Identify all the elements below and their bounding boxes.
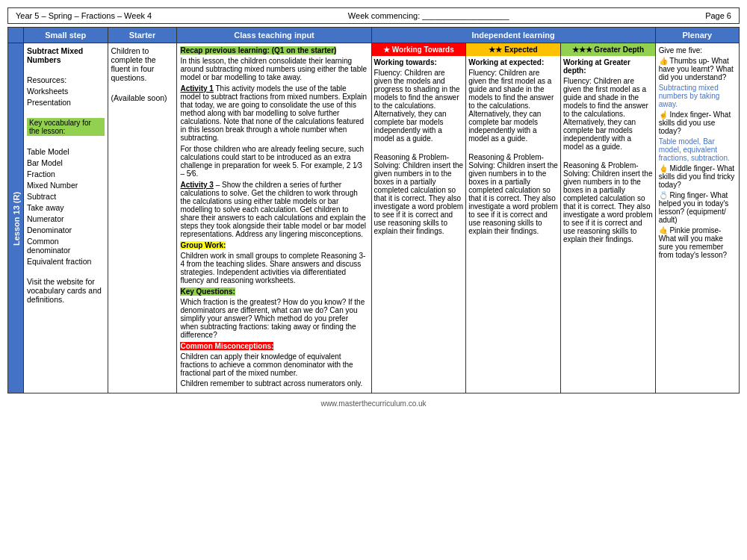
col-header-small-step: Small step (24, 28, 108, 43)
exp-content: Fluency: Children are given the first mo… (468, 69, 558, 143)
common-misconceptions-1: Children can apply their knowledge of eq… (180, 352, 368, 377)
working-towards-content: Working towards: Fluency: Children are g… (372, 56, 466, 240)
vocab-take-away: Take away (27, 203, 105, 212)
activity1-text: This activity models the use of the tabl… (180, 84, 367, 142)
key-questions-label: Key Questions: (180, 287, 235, 296)
greater-depth-content: Working at Greater depth: Fluency: Child… (561, 56, 655, 248)
gd-subheader: Working at Greater depth: (563, 58, 630, 75)
group-work-text: Children work in small groups to complet… (180, 252, 368, 284)
exp-stars: ★★ (489, 46, 502, 54)
plenary-index-links: Table model, Bar model, equivalent fract… (659, 137, 730, 162)
working-towards-header: ★ Working Towards (372, 43, 466, 56)
gd-stars: ★★★ (572, 46, 592, 54)
visit-text: Visit the website for vocabulary cards a… (27, 277, 105, 304)
common-misconceptions-2: Children remember to subtract across num… (180, 379, 368, 388)
greater-depth-cell: ★★★ Greater Depth Working at Greater dep… (560, 43, 655, 393)
recap-label: Recap previous learning: (Q1 on the star… (180, 46, 336, 55)
small-step-title: Subtract Mixed Numbers (27, 46, 105, 64)
col-header-starter: Starter (108, 28, 177, 43)
main-table: Small step Starter Class teaching input … (7, 27, 740, 393)
vocab-denominator: Denominator (27, 225, 105, 234)
lesson-label: Lesson 13 (R) (8, 43, 24, 393)
wt-subheader: Working towards: (374, 58, 437, 66)
activity3-text: – Show the children a series of further … (180, 181, 365, 238)
vocab-bar-model: Bar Model (27, 158, 105, 167)
expected-content: Working at expected: Fluency: Children a… (466, 56, 560, 240)
footer: www.masterthecurriculum.co.uk (7, 393, 740, 411)
starter-available: (Available soon) (111, 93, 174, 102)
gd-content: Fluency: Children are given the first mo… (563, 77, 653, 151)
plenary-index: ☝ Index finger- What skills did you use … (659, 111, 736, 135)
starter-cell: Children to complete the fluent in four … (108, 43, 177, 393)
header-page: Page 6 (705, 11, 731, 20)
worksheet: Worksheets (27, 87, 105, 96)
working-towards-cell: ★ Working Towards Working towards: Fluen… (371, 43, 466, 393)
header-title: Year 5 – Spring – Fractions – Week 4 (16, 11, 152, 20)
plenary-thumbs: 👍 Thumbs up- What have you learnt? What … (659, 57, 736, 81)
small-step-cell: Subtract Mixed Numbers Resources: Worksh… (24, 43, 108, 393)
vocab-equiv-fraction: Equivalent fraction (27, 257, 105, 266)
exp-subheader: Working at expected: (468, 58, 544, 66)
plenary-intro: Give me five: (659, 46, 736, 55)
resources-label: Resources: (27, 75, 105, 84)
plenary-cell: Give me five: 👍 Thumbs up- What have you… (655, 43, 739, 393)
vocab-numerator: Numerator (27, 214, 105, 223)
activity1-label: Activity 1 (180, 84, 213, 93)
plenary-ring: 💍 Ring finger- What helped you in today'… (659, 191, 736, 224)
challenge-text: For those children who are already feeli… (180, 145, 368, 178)
col-header-plenary: Plenary (655, 28, 739, 43)
gd-reasoning: Reasoning & Problem-Solving: Children in… (563, 161, 653, 243)
header-bar: Year 5 – Spring – Fractions – Week 4 Wee… (7, 7, 740, 24)
vocab-mixed-number: Mixed Number (27, 181, 105, 190)
wt-reasoning: Reasoning & Problem-Solving: Children in… (374, 153, 464, 235)
vocab-common-denom: Common denominator (27, 237, 105, 255)
header-week: Week commencing: ___________________ (348, 11, 509, 20)
plenary-pinkie: 🤙 Pinkie promise- What will you make sur… (659, 226, 736, 259)
col-header-independent: Independent learning (371, 28, 655, 43)
key-vocab-label: Key vocabulary for the lesson: (27, 118, 105, 136)
plenary-middle: 🖕 Middle finger- What skills did you fin… (659, 164, 736, 189)
greater-depth-header: ★★★ Greater Depth (561, 43, 655, 56)
teaching-intro: In this lesson, the children consolidate… (180, 57, 368, 81)
presentation: Presentation (27, 98, 105, 107)
col-header-teaching: Class teaching input (177, 28, 371, 43)
vocab-table-model: Table Model (27, 147, 105, 156)
starter-text: Children to complete the fluent in four … (111, 46, 174, 82)
vocab-fraction: Fraction (27, 169, 105, 178)
vocab-subtract: Subtract (27, 192, 105, 201)
wt-star: ★ (383, 46, 390, 54)
key-questions-text: Which fraction is the greatest? How do y… (180, 298, 368, 339)
footer-website: www.masterthecurriculum.co.uk (320, 399, 426, 408)
common-misconceptions-label: Common Misconceptions: (180, 342, 273, 350)
activity3-label: Activity 3 (180, 181, 213, 189)
plenary-subtracting: Subtracting mixed numbers by taking away… (659, 84, 720, 108)
teaching-cell: Recap previous learning: (Q1 on the star… (177, 43, 371, 393)
group-work-label: Group Work: (180, 241, 226, 249)
exp-reasoning: Reasoning & Problem-Solving: Children in… (468, 153, 558, 235)
wt-content: Fluency: Children are given the models a… (374, 69, 464, 143)
expected-header: ★★ Expected (466, 43, 560, 56)
expected-cell: ★★ Expected Working at expected: Fluency… (466, 43, 561, 393)
